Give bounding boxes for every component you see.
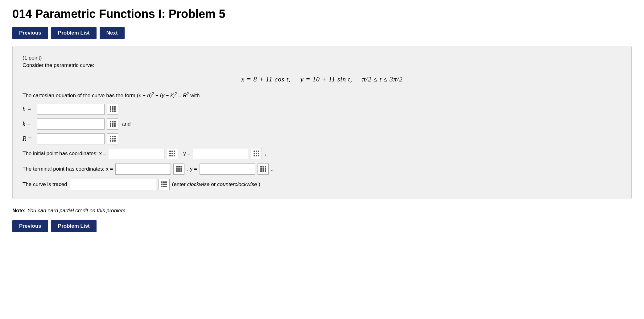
- trace-grid-icon: [161, 181, 167, 187]
- note-bold: Note:: [12, 208, 26, 213]
- r-label: R =: [23, 135, 34, 142]
- consider-text: Consider the parametric curve:: [23, 62, 621, 68]
- and-label: and: [122, 121, 130, 127]
- initial-point-row: The initial point has coordinates: x = ,…: [23, 148, 621, 159]
- bottom-previous-button[interactable]: Previous: [12, 220, 48, 232]
- terminal-y-grid-button[interactable]: [258, 164, 269, 175]
- equation-display: x = 8 + 11 cos t, y = 10 + 11 sin t, π/2…: [23, 75, 621, 83]
- note-italic: You can earn partial credit on this prob…: [27, 208, 127, 213]
- terminal-point-row: The terminal point has coordinates: x = …: [23, 164, 621, 175]
- problem-list-button[interactable]: Problem List: [51, 27, 97, 39]
- next-button[interactable]: Next: [100, 27, 125, 39]
- r-grid-icon: [110, 136, 116, 142]
- initial-x-grid-icon: [169, 151, 175, 156]
- h-input[interactable]: [37, 104, 105, 115]
- initial-period: .: [264, 150, 266, 157]
- cartesian-text: The cartesian equation of the curve has …: [23, 91, 621, 99]
- bottom-nav-buttons: Previous Problem List: [12, 220, 632, 232]
- k-label: k =: [23, 120, 34, 127]
- r-grid-button[interactable]: [107, 133, 118, 144]
- trace-row: The curve is traced (enter clockwise or …: [23, 179, 621, 190]
- h-grid-button[interactable]: [107, 104, 118, 115]
- initial-x-grid-button[interactable]: [167, 148, 178, 159]
- terminal-period: .: [271, 165, 273, 172]
- initial-y-grid-button[interactable]: [251, 148, 262, 159]
- terminal-x-input[interactable]: [115, 164, 171, 175]
- note-section: Note: You can earn partial credit on thi…: [12, 208, 632, 214]
- terminal-y-equals: , y =: [187, 166, 197, 172]
- trace-grid-button[interactable]: [159, 179, 170, 190]
- nav-buttons: Previous Problem List Next: [12, 27, 632, 39]
- initial-x-input[interactable]: [109, 148, 164, 159]
- point-label: (1 point): [23, 55, 621, 61]
- k-row: k = and: [23, 118, 621, 130]
- equation-text: x = 8 + 11 cos t, y = 10 + 11 sin t, π/2…: [241, 75, 402, 83]
- previous-button[interactable]: Previous: [12, 27, 48, 39]
- trace-input[interactable]: [70, 179, 156, 190]
- r-row: R =: [23, 133, 621, 144]
- k-grid-icon: [110, 121, 116, 127]
- initial-point-label: The initial point has coordinates: x =: [23, 151, 106, 157]
- terminal-x-grid-icon: [176, 166, 182, 172]
- initial-y-grid-icon: [254, 151, 259, 156]
- page-title: 014 Parametric Functions I: Problem 5: [12, 7, 632, 21]
- k-grid-button[interactable]: [107, 118, 118, 130]
- initial-y-input[interactable]: [193, 148, 248, 159]
- trace-label: The curve is traced: [23, 181, 67, 188]
- terminal-y-input[interactable]: [200, 164, 255, 175]
- bottom-problem-list-button[interactable]: Problem List: [51, 220, 97, 232]
- trace-hint: (enter clockwise or counterclockwise ): [172, 181, 260, 188]
- initial-y-equals: , y =: [180, 151, 191, 157]
- h-row: h =: [23, 104, 621, 115]
- terminal-y-grid-icon: [260, 166, 266, 172]
- terminal-point-label: The terminal point has coordinates: x =: [23, 166, 113, 172]
- h-label: h =: [23, 106, 34, 113]
- problem-box: (1 point) Consider the parametric curve:…: [12, 46, 632, 199]
- k-input[interactable]: [37, 118, 105, 130]
- terminal-x-grid-button[interactable]: [173, 164, 184, 175]
- h-grid-icon: [110, 106, 116, 112]
- r-input[interactable]: [37, 133, 105, 144]
